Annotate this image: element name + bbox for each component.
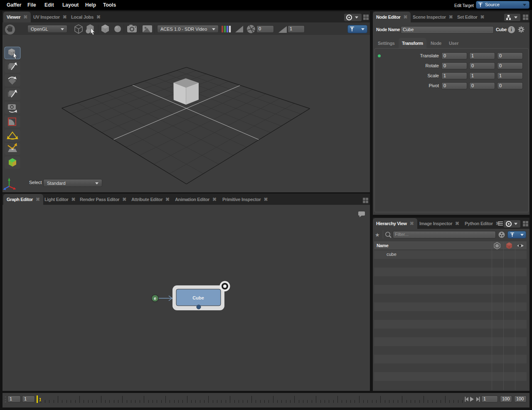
svg-text:Cube: Cube (192, 295, 204, 300)
svg-text:e: e (154, 296, 156, 301)
